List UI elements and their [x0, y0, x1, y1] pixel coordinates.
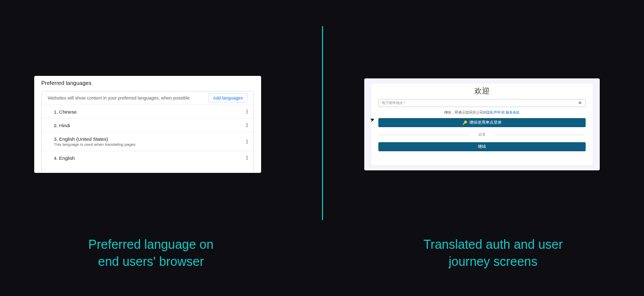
right-caption: Translated auth and user journey screens [352, 236, 634, 270]
sso-button-label: 继续使用单点登录 [469, 120, 502, 125]
language-row: 2. Hindi [42, 118, 254, 132]
terms-link[interactable]: 服务条款 [506, 111, 520, 114]
sso-button[interactable]: 🔑 继续使用单点登录 [378, 118, 586, 127]
language-row: 4. English [42, 151, 254, 164]
visibility-icon[interactable]: 👁 [578, 101, 582, 106]
languages-description: Websites will show content in your prefe… [48, 95, 190, 101]
kebab-menu-icon[interactable] [247, 156, 248, 160]
kebab-menu-icon[interactable] [247, 123, 248, 127]
terms-text: 继续，即表示您同意公司的隐私声明 和 服务条款 [378, 110, 586, 115]
key-icon: 🔑 [462, 121, 467, 125]
left-caption: Preferred language on end users' browser [10, 236, 292, 270]
email-field[interactable]: 电子邮件地址 * 👁 [378, 99, 586, 107]
browser-settings-panel: Preferred languages Websites will show c… [34, 76, 261, 173]
language-sublabel: This language is used when translating p… [54, 142, 135, 147]
language-row: 1. Chinese [42, 105, 254, 118]
language-label: 4. English [54, 155, 75, 161]
auth-title: 欢迎 [378, 86, 586, 96]
continue-button[interactable]: 继续 [378, 142, 586, 151]
continue-button-label: 继续 [478, 144, 486, 149]
language-row: 3. English (United States) This language… [42, 132, 254, 151]
vertical-divider [322, 26, 323, 220]
kebab-menu-icon[interactable] [247, 110, 248, 114]
auth-card: 欢迎 电子邮件地址 * 👁 继续，即表示您同意公司的隐私声明 和 服务条款 🔑 … [371, 83, 593, 165]
add-languages-button[interactable]: Add languages [208, 93, 248, 103]
settings-section-title: Preferred languages [34, 76, 261, 89]
auth-screen-panel: 欢迎 电子邮件地址 * 👁 继续，即表示您同意公司的隐私声明 和 服务条款 🔑 … [364, 78, 600, 170]
language-label: 2. Hindi [54, 123, 70, 128]
language-label: 1. Chinese [54, 109, 76, 115]
language-label: 3. English (United States) [54, 136, 135, 142]
or-divider: 或者 [378, 132, 586, 137]
languages-header-row: Websites will show content in your prefe… [42, 91, 254, 105]
kebab-menu-icon[interactable] [247, 140, 248, 144]
languages-card: Websites will show content in your prefe… [41, 91, 254, 173]
privacy-link[interactable]: 隐私声明 [487, 111, 501, 114]
email-placeholder: 电子邮件地址 * [382, 101, 406, 106]
